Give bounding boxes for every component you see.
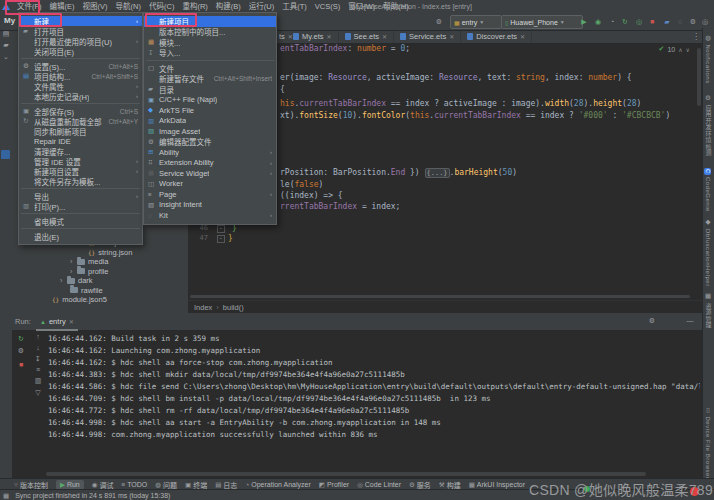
restart-app-button[interactable]: ↻ (619, 13, 631, 30)
layout-icon[interactable]: ▦ (3, 492, 9, 500)
code-line-1[interactable]: er(image: Resource, activeImage: Resourc… (280, 73, 632, 83)
debug-button[interactable]: ◉ (592, 13, 604, 30)
menu-item-Ability[interactable]: ⊞Ability› (144, 147, 276, 158)
tab-Discover.ets[interactable]: Discover.ets✕ (461, 30, 532, 43)
console-hscrollbar[interactable] (46, 472, 646, 476)
menu-item-本地历史记录(H)[interactable]: 本地历史记录(H)› (19, 91, 142, 101)
profiler-button[interactable]: ◔ (606, 13, 618, 30)
hide-panel-icon[interactable]: — (684, 317, 696, 324)
search-icon[interactable]: ◌ (674, 13, 686, 30)
tool-button-问题[interactable]: ◍问题 (155, 480, 177, 490)
bookmark-tool-icon[interactable] (1, 150, 10, 159)
stop-process-button[interactable]: ■ (15, 361, 27, 368)
menu-item-设置(S)...[interactable]: ⚙设置(S)...Ctrl+Alt+S (19, 61, 142, 71)
menu-item-退出(E)[interactable]: 退出(E) (19, 231, 142, 241)
tab-Service.ets[interactable]: Service.ets✕ (394, 30, 461, 43)
chevron-down-icon[interactable]: ⌄ (0, 53, 12, 61)
chevron-right-icon[interactable]: › (70, 258, 77, 265)
tool-button-终端[interactable]: ▣终端 (185, 480, 207, 490)
menu-item-新建暂存文件[interactable]: 新建暂存文件Ctrl+Alt+Shift+Insert (144, 74, 276, 85)
menu-item-ArkTS File[interactable]: ◆ArkTS File (144, 105, 276, 116)
stripe-item-CodeGenie[interactable]: CCodeGenie (704, 168, 711, 212)
run-config-icon[interactable]: ⚙ (15, 347, 27, 355)
breadcrumb-class[interactable]: Index (194, 303, 212, 312)
tool-button-版本控制[interactable]: ⑂版本控制 (14, 480, 48, 490)
menu-item-Page[interactable]: ≡Page› (144, 189, 276, 200)
module-select[interactable]: ▦ entry ▼ (450, 15, 502, 29)
run-settings-gear-icon[interactable]: ⚙ (646, 317, 658, 325)
menu-item-项目结构...[interactable]: ▤项目结构...Ctrl+Alt+Shift+S (19, 71, 142, 81)
folder-tool-icon[interactable]: ▰ (0, 41, 12, 49)
menu-item-目录[interactable]: ▰目录 (144, 84, 276, 95)
device-select[interactable]: ▯ Huawei_Phone ▼ (501, 15, 583, 29)
menu-item-版本控制中的项目...[interactable]: 版本控制中的项目... (144, 27, 276, 38)
menu-item-从磁盘重新加载全部[interactable]: ↻从磁盘重新加载全部Ctrl+Alt+Y (19, 116, 142, 126)
tool-button-服务[interactable]: ⚙服务 (409, 480, 431, 490)
menu-item-C/C++ File (Napi)[interactable]: ▣C/C++ File (Napi) (144, 95, 276, 106)
rerun-button[interactable]: ↻ (15, 335, 27, 343)
tool-button-Profiler[interactable]: ◩Profiler (319, 480, 349, 490)
menu-item-Worker[interactable]: ◫Worker (144, 179, 276, 190)
code-line-3[interactable]: his.currentTabBarIndex == index ? active… (280, 99, 641, 109)
stripe-item-资源管理[interactable]: ▦资源管理 (704, 292, 713, 329)
menu-item-文件属性[interactable]: 文件属性› (19, 81, 142, 91)
tool-button-ArkUI Inspector[interactable]: ▦ArkUI Inspector (469, 480, 525, 490)
menu-item-省电模式[interactable]: 省电模式 (19, 216, 142, 226)
menu-item-打开项目[interactable]: ▰打开项目 (19, 26, 142, 36)
code-line-4[interactable]: xt).fontSize(10).fontColor(this.currentT… (280, 111, 670, 121)
stripe-item-Device File Browser[interactable]: ▯Device File Browser (704, 406, 712, 479)
stripe-item-ObfuscationHelper[interactable]: ◆ObfuscationHelper (704, 218, 712, 287)
menu-item-模块...[interactable]: ▦模块... (144, 37, 276, 48)
menu-item-打开最近使用的项目(U)[interactable]: 打开最近使用的项目(U)› (19, 36, 142, 46)
editor-hscrollbar[interactable] (190, 295, 690, 298)
menu-item-Service Widget[interactable]: ▦Service Widget› (144, 168, 276, 179)
project-tool-icon[interactable]: ▤ (0, 30, 12, 38)
device-browser-icon[interactable]: ▰ (661, 13, 673, 30)
breadcrumb-method[interactable]: build() (223, 303, 244, 312)
next-issue-icon[interactable]: ∨ (686, 46, 690, 53)
menu-item-同步和刷新项目[interactable]: 同步和刷新项目 (19, 126, 142, 136)
menu-item-新建项目设置[interactable]: 新建项目设置› (19, 166, 142, 176)
menubar-item-8[interactable]: 工具(T) (278, 0, 311, 13)
clear-console-icon[interactable]: ▽ (32, 389, 44, 397)
tree-item-dark[interactable]: ›dark (12, 276, 188, 286)
chevron-right-icon[interactable]: › (60, 277, 67, 284)
close-icon[interactable]: ✕ (69, 318, 74, 325)
tab-My.ets[interactable]: My.ets✕ (287, 30, 339, 43)
tree-item-rawfile[interactable]: rawfile (12, 286, 188, 296)
menu-item-管理 IDE 设置[interactable]: 管理 IDE 设置› (19, 156, 142, 166)
run-console[interactable]: 16:46:44.162: Build task in 2 s 359 ms16… (48, 333, 700, 470)
run-tab-entry[interactable]: ▲ entry ✕ (36, 314, 78, 331)
menu-item-Extension Ability[interactable]: ⠿Extension Ability› (144, 158, 276, 169)
code-line-6[interactable]: le(false) (280, 180, 323, 190)
project-name[interactable]: My (4, 16, 15, 25)
close-icon[interactable]: ✕ (382, 33, 387, 40)
stop-button[interactable]: ■ (646, 13, 658, 30)
menu-item-清理缓存...[interactable]: 清理缓存... (19, 146, 142, 156)
run-button[interactable]: ▶ (578, 13, 590, 30)
tree-item-profile[interactable]: ›profile (12, 267, 188, 277)
editor-vscrollbar[interactable] (697, 48, 701, 106)
ide-settings-icon[interactable]: ⚙ (687, 13, 699, 30)
menu-item-将文件另存为模板...[interactable]: 将文件另存为模板... (19, 176, 142, 186)
tool-button-构建[interactable]: ⚒构建 (439, 480, 461, 490)
menu-item-文件[interactable]: ▢文件 (144, 63, 276, 74)
close-icon[interactable]: ✕ (327, 33, 332, 40)
code-line-7[interactable]: ((index) => { (280, 191, 343, 201)
stripe-item-应用开发环境检测[interactable]: ⚙应用开发环境检测 (704, 94, 713, 157)
tree-item-module.json5[interactable]: {}module.json5 (12, 295, 188, 305)
stripe-item-Notifications[interactable]: ◍Notifications (704, 34, 712, 84)
menu-item-关闭项目(E)[interactable]: 关闭项目(E) (19, 46, 142, 56)
tree-item-media[interactable]: ›media (12, 257, 188, 267)
inspection-widget[interactable]: ✔ 10 ∧ ∨ (659, 45, 690, 53)
menubar-item-9[interactable]: VCS(S) (311, 0, 344, 13)
code-line-5[interactable]: rPosition: BarPosition.End }) {...}.barH… (280, 168, 517, 178)
tool-button-Operation Analyzer[interactable]: ◔Operation Analyzer (245, 480, 310, 490)
menu-item-ArkData[interactable]: ▥ArkData (144, 116, 276, 127)
settings-gear-icon[interactable]: ⚙ (433, 13, 445, 30)
menu-item-打印(P)...[interactable]: ▥打印(P)... (19, 201, 142, 211)
menu-item-导入...[interactable]: ↧导入... (144, 48, 276, 59)
scroll-up-icon[interactable]: ↑ (32, 333, 44, 340)
close-icon[interactable]: ✕ (449, 33, 454, 40)
scroll-down-icon[interactable]: ↓ (32, 344, 44, 351)
